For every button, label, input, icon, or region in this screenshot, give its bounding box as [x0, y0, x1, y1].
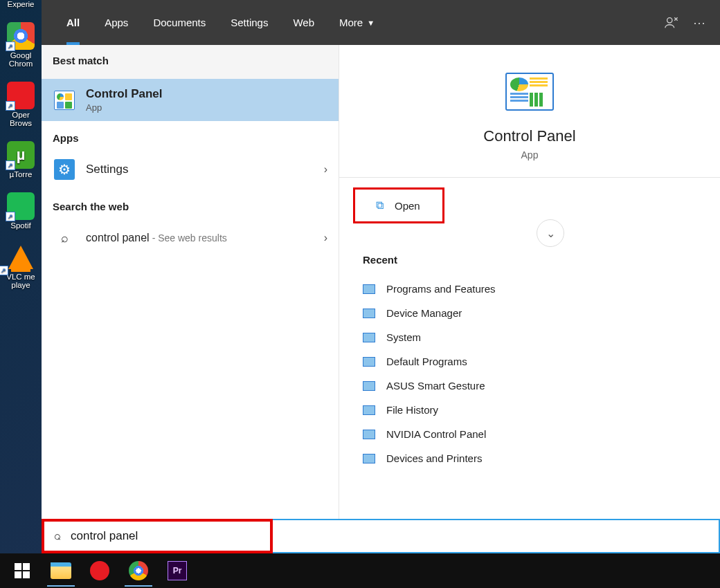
spotify-icon: ↗	[7, 192, 35, 220]
tab-label: Documents	[153, 17, 206, 28]
recent-item-label: Programs and Features	[386, 283, 496, 295]
search-icon: ⌕	[54, 529, 61, 543]
recent-item-label: System	[386, 331, 421, 343]
search-icon: ⌕	[53, 226, 76, 250]
file-explorer-icon	[51, 562, 71, 579]
shortcut-overlay-icon: ↗	[0, 266, 8, 275]
shortcut-overlay-icon: ↗	[6, 101, 15, 111]
expand-chevron-icon[interactable]: ⌄	[537, 219, 564, 247]
recent-item[interactable]: System	[363, 325, 696, 349]
shortcut-overlay-icon: ↗	[6, 42, 15, 51]
recent-item[interactable]: ASUS Smart Gesture	[363, 374, 696, 398]
tab-web[interactable]: Web	[280, 0, 327, 45]
control-panel-icon	[53, 89, 76, 112]
recent-item[interactable]: Device Manager	[363, 301, 696, 325]
chevron-right-icon: ›	[324, 232, 327, 244]
desktop-icon-label: Spotif	[10, 221, 30, 230]
desktop-icon-opera[interactable]: ↗ OperBrows	[0, 82, 42, 127]
desktop-icon-label: Experie	[8, 0, 35, 8]
desktop-icon-spotify[interactable]: ↗ Spotif	[0, 192, 42, 230]
desktop-icon-label: µTorre	[10, 170, 33, 178]
control-panel-small-icon	[363, 405, 375, 415]
taskbar-premiere[interactable]: Pr	[158, 555, 197, 587]
premiere-label: Pr	[173, 566, 182, 576]
chrome-icon	[129, 561, 148, 580]
tab-label: Settings	[231, 17, 268, 28]
search-input-row: ⌕ control panel	[42, 519, 720, 553]
chevron-right-icon: ›	[324, 163, 327, 176]
tab-label: All	[66, 17, 80, 28]
desktop-icon-label: GooglChrom	[9, 51, 33, 68]
result-search-web[interactable]: ⌕ control panel - See web results ›	[42, 218, 339, 258]
taskbar-opera[interactable]	[80, 555, 119, 587]
recent-item[interactable]: NVIDIA Control Panel	[363, 422, 696, 446]
tab-more[interactable]: More▼	[327, 0, 387, 45]
result-settings[interactable]: ⚙ Settings ›	[42, 149, 339, 190]
utorrent-icon: µ↗	[7, 141, 35, 169]
search-tabbar: All Apps Documents Settings Web More▼ ⋯	[42, 0, 720, 45]
apps-header: Apps	[42, 121, 339, 149]
recent-item[interactable]: File History	[363, 398, 696, 422]
recent-item-label: Default Programs	[386, 356, 467, 367]
preview-pane: Control Panel App ⧉ Open ⌄ Recent Progra…	[339, 45, 720, 553]
recent-item-label: ASUS Smart Gesture	[386, 380, 485, 392]
result-control-panel[interactable]: Control Panel App	[42, 79, 339, 121]
tab-label: Web	[293, 17, 314, 28]
desktop-icon-label: VLC meplaye	[6, 273, 35, 289]
desktop-icon-label: OperBrows	[10, 111, 32, 127]
control-panel-small-icon	[363, 430, 375, 439]
start-button[interactable]	[3, 555, 42, 587]
search-panel: All Apps Documents Settings Web More▼ ⋯ …	[42, 0, 720, 553]
control-panel-small-icon	[363, 284, 375, 294]
preview-header: Control Panel App	[339, 45, 720, 178]
search-web-header: Search the web	[42, 190, 339, 218]
control-panel-small-icon	[363, 333, 375, 342]
recent-item[interactable]: Programs and Features	[363, 277, 696, 301]
tab-apps[interactable]: Apps	[92, 0, 141, 45]
taskbar-file-explorer[interactable]	[42, 555, 80, 587]
search-input[interactable]: ⌕ control panel	[42, 519, 273, 553]
desktop-icons: Experie ↗ GooglChrom ↗ OperBrows µ↗ µTor…	[0, 0, 42, 303]
search-input-extension[interactable]	[273, 519, 720, 553]
tab-all[interactable]: All	[54, 0, 92, 45]
desktop-icon-chrome[interactable]: ↗ GooglChrom	[0, 22, 42, 68]
tab-settings[interactable]: Settings	[218, 0, 280, 45]
preview-title: Control Panel	[483, 127, 575, 145]
tab-label: More	[339, 17, 363, 28]
more-options-icon[interactable]: ⋯	[685, 9, 713, 37]
best-match-section: Best match	[42, 45, 339, 79]
recent-item[interactable]: Default Programs	[363, 349, 696, 374]
gear-icon: ⚙	[53, 158, 76, 181]
recent-header: Recent	[363, 254, 696, 266]
desktop-icon-vlc[interactable]: ↗ VLC meplaye	[0, 244, 42, 289]
best-match-header: Best match	[53, 55, 327, 66]
open-label: Open	[395, 200, 420, 212]
open-action-row[interactable]: ⧉ Open	[353, 187, 444, 223]
result-subtitle: App	[86, 102, 163, 113]
recent-item-label: NVIDIA Control Panel	[386, 428, 486, 440]
chevron-down-icon: ▼	[367, 19, 375, 27]
recent-section: Recent Programs and FeaturesDevice Manag…	[339, 233, 720, 470]
control-panel-small-icon	[363, 381, 375, 391]
desktop-icon-utorrent[interactable]: µ↗ µTorre	[0, 141, 42, 178]
control-panel-small-icon	[363, 309, 375, 318]
result-title: Settings	[86, 163, 128, 176]
control-panel-small-icon	[363, 454, 375, 463]
tab-documents[interactable]: Documents	[141, 0, 218, 45]
recent-item[interactable]: Devices and Printers	[363, 446, 696, 470]
control-panel-large-icon	[505, 73, 554, 111]
premiere-icon: Pr	[168, 561, 187, 580]
taskbar-chrome[interactable]	[119, 555, 158, 587]
recent-item-label: File History	[386, 404, 438, 416]
control-panel-small-icon	[363, 357, 375, 367]
feedback-icon[interactable]	[658, 9, 685, 37]
preview-subtitle: App	[521, 149, 539, 160]
result-title: Control Panel	[86, 87, 163, 101]
tab-label: Apps	[105, 17, 128, 28]
recent-item-label: Device Manager	[386, 307, 462, 319]
results-list: Best match Control Panel App Apps ⚙ Sett…	[42, 45, 339, 553]
opera-icon	[90, 561, 109, 580]
open-icon: ⧉	[376, 199, 384, 212]
web-query-text: control panel	[86, 232, 150, 244]
desktop-icon-experience[interactable]: Experie	[0, 0, 42, 8]
